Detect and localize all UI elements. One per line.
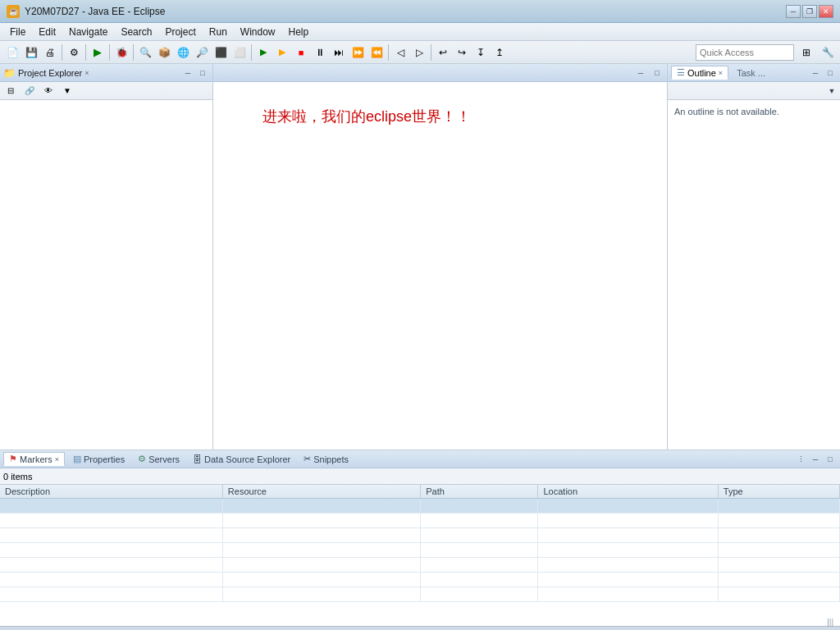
toolbar-btn-6[interactable]: 📦 bbox=[155, 43, 173, 62]
editor-maximize-button[interactable]: □ bbox=[651, 66, 664, 80]
toolbar-btn-9[interactable]: ⬛ bbox=[212, 43, 230, 62]
menu-run[interactable]: Run bbox=[203, 23, 234, 40]
snippets-tab-label: Snippets bbox=[313, 454, 349, 464]
bottom-view-menu[interactable]: ⋮ bbox=[794, 453, 807, 466]
row-type bbox=[718, 558, 839, 573]
minimize-panel-button[interactable]: ─ bbox=[181, 66, 194, 80]
row-description bbox=[0, 528, 222, 543]
table-header-row: Description Resource Path Location Type bbox=[0, 485, 840, 499]
menu-navigate[interactable]: Navigate bbox=[62, 23, 114, 40]
toolbar-sep-3 bbox=[109, 44, 110, 61]
outline-maximize-button[interactable]: □ bbox=[824, 66, 837, 80]
row-resource bbox=[222, 587, 420, 602]
outline-tab-label: Outline bbox=[687, 68, 716, 78]
table-row[interactable] bbox=[0, 558, 840, 573]
table-row[interactable] bbox=[0, 499, 840, 514]
toolbar-btn-21[interactable]: ↪ bbox=[453, 43, 471, 62]
toolbar-btn-16[interactable]: ⏩ bbox=[349, 43, 367, 62]
row-resource bbox=[222, 558, 420, 573]
new-button[interactable]: 📄 bbox=[3, 43, 21, 62]
datasource-tab[interactable]: 🗄 Data Source Explorer bbox=[188, 454, 295, 465]
project-toolbar: ⊟ 🔗 👁 ▼ bbox=[0, 82, 212, 100]
editor-panel: ─ □ 进来啦，我们的eclipse世界！！ bbox=[213, 64, 668, 450]
toolbar-btn-20[interactable]: ↩ bbox=[434, 43, 452, 62]
outline-panel: ☰ Outline × Task ... ─ □ ▼ An outline is… bbox=[668, 64, 840, 450]
col-path[interactable]: Path bbox=[421, 485, 538, 499]
project-content-area bbox=[0, 100, 212, 450]
menu-file[interactable]: File bbox=[3, 23, 32, 40]
quick-access-input[interactable] bbox=[696, 44, 794, 61]
project-view-menu[interactable]: 👁 bbox=[39, 82, 57, 100]
outline-icon: ☰ bbox=[677, 67, 685, 78]
toolbar-btn-8[interactable]: 🔎 bbox=[193, 43, 211, 62]
col-type[interactable]: Type bbox=[718, 485, 839, 499]
customize-perspective-button[interactable]: 🔧 bbox=[819, 43, 837, 62]
outline-tab[interactable]: ☰ Outline × bbox=[671, 66, 728, 80]
print-button[interactable]: 🖨 bbox=[41, 43, 59, 62]
bottom-minimize-button[interactable]: ─ bbox=[809, 453, 822, 466]
toolbar-btn-14[interactable]: ⏸ bbox=[311, 43, 329, 62]
bottom-maximize-button[interactable]: □ bbox=[824, 453, 837, 466]
run-button[interactable]: ▶ bbox=[89, 43, 107, 62]
minimize-button[interactable]: ─ bbox=[786, 5, 801, 18]
editor-content-area[interactable]: 进来啦，我们的eclipse世界！！ bbox=[213, 82, 667, 450]
row-type bbox=[718, 528, 839, 543]
menu-window[interactable]: Window bbox=[234, 23, 282, 40]
table-row[interactable] bbox=[0, 543, 840, 558]
collapse-all-button[interactable]: ⊟ bbox=[2, 82, 20, 100]
table-row[interactable] bbox=[0, 514, 840, 528]
properties-tab[interactable]: ▤ Properties bbox=[68, 453, 130, 465]
row-resource bbox=[222, 573, 420, 587]
snippets-icon: ✂ bbox=[304, 454, 311, 464]
outline-view-menu[interactable]: ▼ bbox=[825, 84, 838, 98]
toolbar-btn-11[interactable]: ▶ bbox=[254, 43, 272, 62]
toolbar-btn-15[interactable]: ⏭ bbox=[330, 43, 348, 62]
outline-close[interactable]: × bbox=[719, 69, 723, 77]
maximize-panel-button[interactable]: □ bbox=[196, 66, 209, 80]
menu-project[interactable]: Project bbox=[158, 23, 202, 40]
debug-button[interactable]: 🐞 bbox=[112, 43, 130, 62]
open-perspective-button[interactable]: ⊞ bbox=[797, 43, 815, 62]
toolbar-btn-12[interactable]: ▶ bbox=[273, 43, 291, 62]
bottom-tab-actions: ⋮ ─ □ bbox=[794, 453, 837, 466]
save-button[interactable]: 💾 bbox=[22, 43, 40, 62]
toolbar-btn-22[interactable]: ↧ bbox=[472, 43, 490, 62]
servers-icon: ⚙ bbox=[138, 454, 146, 464]
toolbar-btn-5[interactable]: 🔍 bbox=[136, 43, 154, 62]
outline-minimize-button[interactable]: ─ bbox=[809, 66, 822, 80]
col-location[interactable]: Location bbox=[538, 485, 718, 499]
table-row[interactable] bbox=[0, 587, 840, 602]
toolbar-btn-17[interactable]: ⏪ bbox=[368, 43, 386, 62]
col-resource[interactable]: Resource bbox=[222, 485, 420, 499]
markers-table-container: Description Resource Path Location Type bbox=[0, 485, 840, 626]
restore-button[interactable]: ❐ bbox=[802, 5, 817, 18]
col-description[interactable]: Description bbox=[0, 485, 222, 499]
markers-tab[interactable]: ⚑ Markers × bbox=[3, 452, 65, 466]
servers-tab[interactable]: ⚙ Servers bbox=[133, 453, 185, 465]
refresh-button[interactable]: ⚙ bbox=[65, 43, 83, 62]
toolbar-btn-7[interactable]: 🌐 bbox=[174, 43, 192, 62]
toolbar-btn-18[interactable]: ◁ bbox=[391, 43, 409, 62]
menu-edit[interactable]: Edit bbox=[32, 23, 62, 40]
table-row[interactable] bbox=[0, 573, 840, 587]
menu-help[interactable]: Help bbox=[282, 23, 316, 40]
app-icon: ☕ bbox=[7, 5, 20, 18]
project-view-dropdown[interactable]: ▼ bbox=[58, 82, 76, 100]
project-explorer-close[interactable]: × bbox=[84, 69, 89, 77]
snippets-tab[interactable]: ✂ Snippets bbox=[299, 453, 354, 465]
toolbar-btn-10[interactable]: ⬜ bbox=[231, 43, 249, 62]
toolbar-btn-19[interactable]: ▷ bbox=[410, 43, 428, 62]
markers-tab-close[interactable]: × bbox=[55, 455, 59, 463]
toolbar-sep-7 bbox=[431, 44, 431, 61]
link-editor-button[interactable]: 🔗 bbox=[21, 82, 39, 100]
menu-search[interactable]: Search bbox=[114, 23, 158, 40]
toolbar-btn-23[interactable]: ↥ bbox=[491, 43, 509, 62]
table-row[interactable] bbox=[0, 528, 840, 543]
toolbar-btn-13[interactable]: ■ bbox=[292, 43, 310, 62]
toolbar-sep-4 bbox=[133, 44, 134, 61]
row-resource bbox=[222, 543, 420, 558]
toolbar-sep-6 bbox=[388, 44, 389, 61]
editor-minimize-button[interactable]: ─ bbox=[634, 66, 647, 80]
task-tab[interactable]: Task ... bbox=[732, 67, 770, 79]
close-button[interactable]: ✕ bbox=[819, 5, 833, 18]
